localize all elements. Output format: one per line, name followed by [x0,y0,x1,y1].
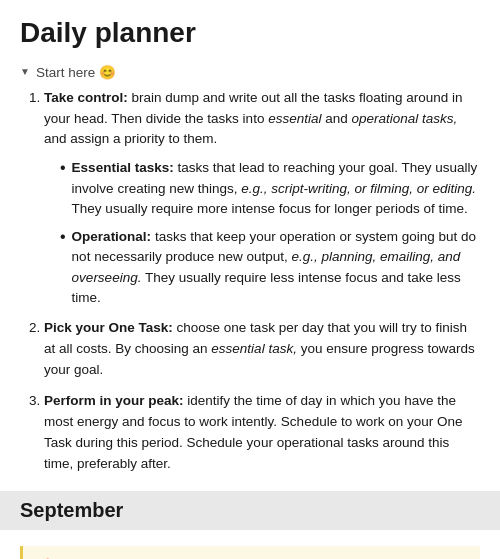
toggle-arrow-icon: ▼ [20,66,30,77]
steps-list: Take control: brain dump and write out a… [20,88,480,475]
sub-bullet-list: Essential tasks: tasks that lead to reac… [44,158,480,308]
page-container: Daily planner ▼ Start here 😊 Take contro… [0,0,500,559]
bullet-operational: Operational: tasks that keep your operat… [60,227,480,308]
bullet-operational-text: Operational: tasks that keep your operat… [72,227,480,308]
bullet-essential-text: Essential tasks: tasks that lead to reac… [72,158,480,219]
step-1-bold: Take control: [44,90,128,105]
start-here-label: Start here 😊 [36,64,116,80]
step-2: Pick your One Task: choose one task per … [44,318,480,381]
step-2-italic: essential task, [211,341,297,356]
step-1: Take control: brain dump and write out a… [44,88,480,309]
september-label: September [20,499,123,521]
page-title: Daily planner [20,16,480,50]
intro-section: ▼ Start here 😊 Take control: brain dump … [20,64,480,475]
september-section: 📌 To apply this template on more days, s… [20,546,480,559]
step-1-italic2: operational tasks, [351,111,457,126]
start-here-toggle[interactable]: ▼ Start here 😊 [20,64,480,80]
september-header: September [0,491,500,530]
step-2-bold: Pick your One Task: [44,320,173,335]
notice-box: 📌 To apply this template on more days, s… [20,546,480,559]
step-1-italic1: essential [268,111,321,126]
bullet-essential: Essential tasks: tasks that lead to reac… [60,158,480,219]
step-3-bold: Perform in your peak: [44,393,184,408]
step-3: Perform in your peak: identify the time … [44,391,480,475]
